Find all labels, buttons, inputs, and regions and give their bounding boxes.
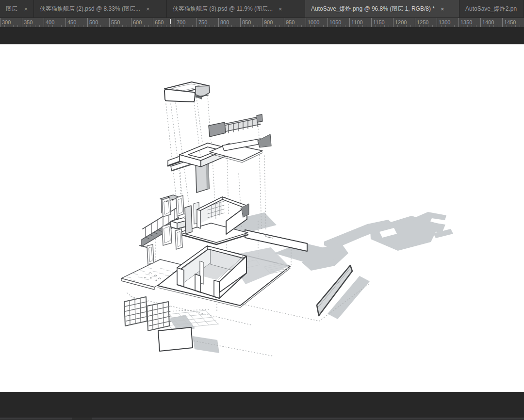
tab-label: 侠客猫旗舰店 (2).psd @ 8.33% (图层... (40, 5, 140, 13)
ruler-tick-950: 950 (284, 18, 295, 27)
ruler-tick-850: 850 (240, 18, 251, 27)
horizontal-ruler[interactable]: 3003504004505005506006507007508008509009… (0, 17, 524, 27)
ruler-tick-1350: 1350 (458, 18, 472, 27)
document-tab-0[interactable]: 图层...× (0, 0, 34, 17)
ruler-tick-750: 750 (196, 18, 207, 27)
ruler-tick-1150: 1150 (371, 18, 385, 27)
low-wall (245, 230, 307, 251)
frame-panels (147, 195, 184, 264)
pasteboard-bottom (0, 392, 524, 420)
tab-label: 侠客猫旗舰店 (3).psd @ 11.9% (图层... (173, 5, 273, 13)
ruler-tick-600: 600 (131, 18, 142, 27)
document-tab-3[interactable]: AutoSave_爆炸.png @ 96.8% (图层 1, RGB/8) *× (305, 0, 459, 17)
ruler-tick-800: 800 (218, 18, 229, 27)
ruler-tick-1100: 1100 (349, 18, 363, 27)
document-canvas[interactable] (0, 44, 524, 392)
ruler-tick-1300: 1300 (437, 18, 450, 27)
ruler-tick-650: 650 (153, 18, 164, 27)
document-tab-4[interactable]: AutoSave_爆炸2.pn (459, 0, 524, 17)
window-bottom-edge (0, 418, 524, 420)
document-tab-1[interactable]: 侠客猫旗舰店 (2).psd @ 8.33% (图层...× (34, 0, 167, 17)
cast-shadow-silhouette (274, 212, 453, 271)
ruler-tick-1000: 1000 (306, 18, 319, 27)
ruler-tick-500: 500 (87, 18, 98, 27)
ruler-cursor-marker (170, 19, 171, 24)
scrollbar-notch (72, 418, 92, 420)
ruler-tick-1250: 1250 (415, 18, 428, 27)
railing (209, 114, 262, 137)
ruler-tick-1450: 1450 (502, 18, 516, 27)
ruler-tick-1400: 1400 (480, 18, 494, 27)
ruler-tick-550: 550 (109, 18, 120, 27)
document-tab-2[interactable]: 侠客猫旗舰店 (3).psd @ 11.9% (图层...× (167, 0, 305, 17)
ruler-tick-1200: 1200 (393, 18, 407, 27)
tab-label: AutoSave_爆炸2.pn (465, 5, 517, 13)
lattice-panels (124, 297, 171, 331)
ruler-tick-350: 350 (22, 18, 33, 27)
ruler-tick-400: 400 (44, 18, 54, 27)
tab-close-icon[interactable]: × (24, 5, 28, 13)
tab-label: 图层... (6, 5, 18, 13)
ruler-tick-450: 450 (66, 18, 76, 27)
second-floor-platform (168, 134, 271, 171)
exploded-axon-drawing (0, 45, 524, 392)
ruler-tick-700: 700 (175, 18, 185, 27)
tab-close-icon[interactable]: × (441, 5, 444, 13)
document-tab-bar: 图层...×侠客猫旗舰店 (2).psd @ 8.33% (图层...×侠客猫旗… (0, 0, 524, 17)
tab-close-icon[interactable]: × (278, 5, 282, 13)
tab-close-icon[interactable]: × (146, 5, 150, 13)
bottom-panel (158, 327, 193, 351)
canopy (164, 82, 210, 102)
tab-label: AutoSave_爆炸.png @ 96.8% (图层 1, RGB/8) * (311, 5, 435, 13)
ruler-tick-900: 900 (262, 18, 273, 27)
pasteboard-top (0, 27, 524, 44)
ruler-tick-300: 300 (0, 18, 11, 27)
photoshop-window: 图层...×侠客猫旗舰店 (2).psd @ 8.33% (图层...×侠客猫旗… (0, 0, 524, 420)
ruler-tick-1050: 1050 (328, 18, 341, 27)
